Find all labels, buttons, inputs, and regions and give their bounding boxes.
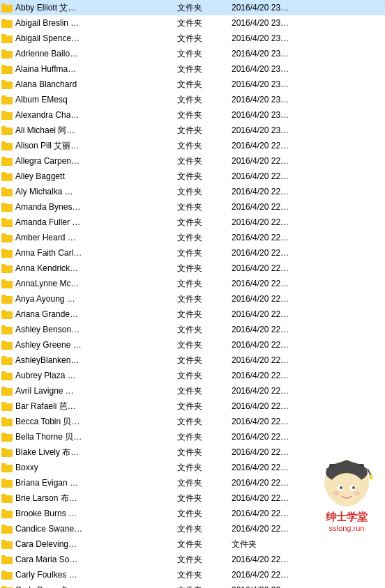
folder-icon <box>1 34 13 43</box>
table-row[interactable]: Avril Lavigne …文件夹2016/4/20 22… <box>0 383 385 399</box>
file-name: Brooke Burns … <box>15 509 77 518</box>
table-row[interactable]: AshleyBlanken…文件夹2016/4/20 22… <box>0 353 385 368</box>
file-name: Amanda Bynes… <box>15 202 80 212</box>
table-row[interactable]: Alley Baggett文件夹2016/4/20 22… <box>0 169 385 184</box>
table-row[interactable]: Blake Lively 布…文件夹2016/4/20 22… <box>0 444 385 460</box>
file-name: Alley Baggett <box>15 171 65 181</box>
file-name: Brie Larson 布… <box>15 493 77 504</box>
table-row[interactable]: Ariana Grande…文件夹2016/4/20 22… <box>0 307 385 322</box>
table-row[interactable]: Carly Foulkes …文件夹2016/4/20 22… <box>0 567 385 582</box>
folder-icon <box>1 249 13 258</box>
file-list: Abby Elliott 艾…文件夹2016/4/20 23…Abigail B… <box>0 0 385 588</box>
file-date: 文件夹 <box>232 539 384 550</box>
file-date: 2016/4/20 22… <box>232 555 384 564</box>
table-row[interactable]: Abby Elliott 艾…文件夹2016/4/20 23… <box>0 0 385 15</box>
folder-icon <box>1 295 13 304</box>
file-name: Blake Lively 布… <box>15 447 79 458</box>
table-row[interactable]: Bar Rafaeli 芭…文件夹2016/4/20 22… <box>0 399 385 414</box>
table-row[interactable]: Alaina Huffma…文件夹2016/4/20 23… <box>0 61 385 77</box>
file-type: 文件夹 <box>148 79 232 91</box>
file-date: 2016/4/20 22… <box>232 279 384 288</box>
file-date: 2016/4/20 22… <box>232 325 384 334</box>
table-row[interactable]: Anya Ayoung …文件夹2016/4/20 22… <box>0 291 385 307</box>
file-date: 2016/4/20 22… <box>232 585 384 588</box>
file-type: 文件夹 <box>148 355 232 366</box>
file-type: 文件夹 <box>148 462 232 474</box>
file-date: 2016/4/20 23… <box>232 64 384 74</box>
table-row[interactable]: Adrienne Bailo…文件夹2016/4/20 23… <box>0 46 385 61</box>
table-row[interactable]: Carly Pope 卡…文件夹2016/4/20 22… <box>0 582 385 588</box>
file-type: 文件夹 <box>148 140 232 152</box>
folder-icon <box>1 80 13 89</box>
file-date: 2016/4/20 23… <box>232 95 384 105</box>
file-name: Ashley Greene … <box>15 340 82 350</box>
table-row[interactable]: Ashley Benson…文件夹2016/4/20 22… <box>0 322 385 337</box>
table-row[interactable]: Cara Deleving…文件夹文件夹 <box>0 536 385 552</box>
table-row[interactable]: Bella Thorne 贝…文件夹2016/4/20 22… <box>0 429 385 444</box>
folder-icon <box>1 95 13 105</box>
table-row[interactable]: Allegra Carpen…文件夹2016/4/20 22… <box>0 153 385 169</box>
file-date: 2016/4/20 23… <box>232 33 384 43</box>
file-date: 2016/4/20 22… <box>232 447 384 457</box>
folder-icon <box>1 157 13 166</box>
folder-icon <box>1 325 13 334</box>
folder-icon <box>1 126 13 135</box>
file-date: 2016/4/20 22… <box>232 570 384 580</box>
folder-icon <box>1 479 13 488</box>
file-type: 文件夹 <box>148 508 232 520</box>
file-name: Abby Elliott 艾… <box>15 2 76 14</box>
table-row[interactable]: Amanda Bynes…文件夹2016/4/20 22… <box>0 199 385 215</box>
file-date: 2016/4/20 22… <box>232 202 384 212</box>
file-name: Alison Pill 艾丽… <box>15 140 79 152</box>
file-name: Avril Lavigne … <box>15 386 74 396</box>
folder-icon <box>1 172 13 181</box>
table-row[interactable]: Aubrey Plaza …文件夹2016/4/20 22… <box>0 368 385 383</box>
table-row[interactable]: Anna Kendrick…文件夹2016/4/20 22… <box>0 261 385 276</box>
file-date: 2016/4/20 22… <box>232 493 384 503</box>
file-date: 2016/4/20 23… <box>232 125 384 135</box>
table-row[interactable]: Ali Michael 阿…文件夹2016/4/20 23… <box>0 123 385 138</box>
file-date: 2016/4/20 22… <box>232 478 384 488</box>
table-row[interactable]: Brie Larson 布…文件夹2016/4/20 22… <box>0 490 385 506</box>
folder-icon <box>1 310 13 319</box>
table-row[interactable]: Brooke Burns …文件夹2016/4/20 22… <box>0 506 385 521</box>
folder-icon <box>1 571 13 580</box>
file-type: 文件夹 <box>148 431 232 443</box>
folder-icon <box>1 19 13 28</box>
file-name: Abigail Spence… <box>15 33 80 43</box>
table-row[interactable]: Ashley Greene …文件夹2016/4/20 22… <box>0 337 385 353</box>
file-type: 文件夹 <box>148 339 232 351</box>
file-type: 文件夹 <box>148 539 232 550</box>
file-name: Bella Thorne 贝… <box>15 431 82 443</box>
file-name: AnnaLynne Mc… <box>15 279 80 288</box>
table-row[interactable]: Boxxy文件夹2016/4/20 22… <box>0 460 385 475</box>
table-row[interactable]: Alana Blanchard文件夹2016/4/20 23… <box>0 77 385 92</box>
folder-icon <box>1 111 13 120</box>
file-type: 文件夹 <box>148 232 232 244</box>
table-row[interactable]: Becca Tobin 贝…文件夹2016/4/20 22… <box>0 414 385 429</box>
table-row[interactable]: Amber Heard …文件夹2016/4/20 22… <box>0 230 385 245</box>
file-name: Aubrey Plaza … <box>15 371 76 380</box>
table-row[interactable]: Alexandra Cha…文件夹2016/4/20 23… <box>0 107 385 123</box>
table-row[interactable]: Abigail Spence…文件夹2016/4/20 23… <box>0 31 385 46</box>
file-date: 2016/4/20 22… <box>232 248 384 258</box>
file-type: 文件夹 <box>148 278 232 290</box>
file-name: Bar Rafaeli 芭… <box>15 401 76 412</box>
file-date: 2016/4/20 22… <box>232 509 384 518</box>
table-row[interactable]: Album EMesq文件夹2016/4/20 23… <box>0 92 385 107</box>
table-row[interactable]: Briana Evigan …文件夹2016/4/20 22… <box>0 475 385 490</box>
file-type: 文件夹 <box>148 309 232 320</box>
file-type: 文件夹 <box>148 33 232 45</box>
table-row[interactable]: Aly Michalka …文件夹2016/4/20 22… <box>0 184 385 199</box>
file-type: 文件夹 <box>148 155 232 167</box>
table-row[interactable]: Alison Pill 艾丽…文件夹2016/4/20 22… <box>0 138 385 153</box>
file-type: 文件夹 <box>148 109 232 121</box>
table-row[interactable]: Candice Swane…文件夹2016/4/20 22… <box>0 521 385 536</box>
folder-icon <box>1 3 13 13</box>
table-row[interactable]: AnnaLynne Mc…文件夹2016/4/20 22… <box>0 276 385 291</box>
table-row[interactable]: Cara Maria So…文件夹2016/4/20 22… <box>0 552 385 567</box>
table-row[interactable]: Abigail Breslin …文件夹2016/4/20 23… <box>0 15 385 31</box>
file-name: Anya Ayoung … <box>15 294 75 304</box>
table-row[interactable]: Amanda Fuller …文件夹2016/4/20 22… <box>0 215 385 230</box>
table-row[interactable]: Anna Faith Carl…文件夹2016/4/20 22… <box>0 245 385 261</box>
